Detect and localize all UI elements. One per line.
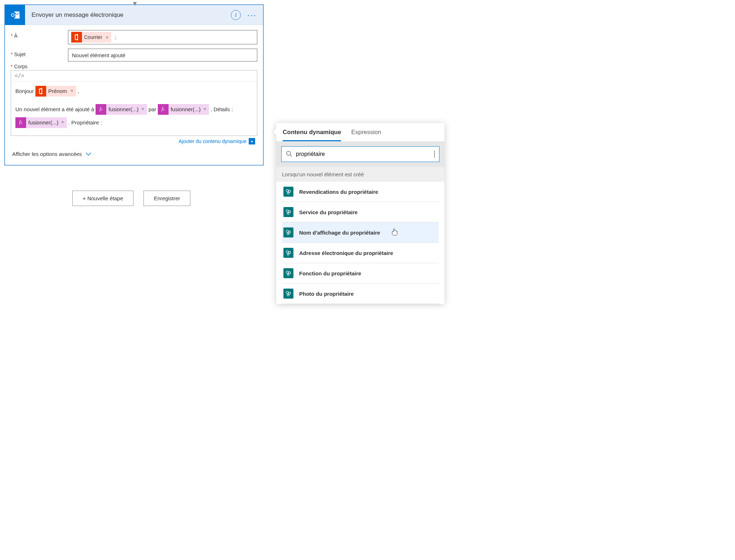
cursor-icon bbox=[391, 229, 398, 237]
sharepoint-icon bbox=[283, 207, 293, 217]
svg-point-11 bbox=[287, 212, 289, 214]
add-dynamic-content-link[interactable]: Ajouter du contenu dynamique + bbox=[11, 136, 257, 147]
svg-point-22 bbox=[288, 292, 291, 294]
tab-dynamic-content[interactable]: Contenu dynamique bbox=[283, 129, 341, 141]
subject-label: * Sujet bbox=[11, 49, 68, 62]
email-action-card: Envoyer un message électronique i ··· * … bbox=[4, 4, 264, 166]
dc-tabs: Contenu dynamique Expression bbox=[276, 123, 444, 141]
dc-item-label: Service du propriétaire bbox=[299, 209, 357, 215]
svg-point-16 bbox=[288, 251, 291, 254]
fx-token[interactable]: fx fusionner(...) × bbox=[15, 117, 67, 128]
dc-item[interactable]: Fonction du propriétaire bbox=[282, 263, 439, 284]
dc-item[interactable]: Service du propriétaire bbox=[282, 202, 439, 222]
body-line-1: Bonjour Prénom × , bbox=[15, 85, 253, 97]
office-icon bbox=[35, 86, 46, 97]
to-token-courrier[interactable]: Courrier × bbox=[71, 32, 111, 43]
dc-search-wrap bbox=[276, 141, 444, 167]
search-icon bbox=[286, 151, 292, 158]
svg-point-12 bbox=[286, 230, 288, 232]
dc-item[interactable]: Nom d'affichage du propriétaire bbox=[282, 222, 439, 243]
office-icon bbox=[71, 32, 82, 43]
svg-point-17 bbox=[287, 253, 289, 255]
plus-icon: + bbox=[249, 138, 255, 144]
body-line-3: fx fusionner(...) × . Propriétaire : bbox=[15, 117, 253, 128]
svg-point-18 bbox=[286, 271, 288, 273]
subject-input[interactable]: Nouvel élément ajouté bbox=[68, 49, 257, 62]
body-section: * Corps </> Bonjour Prénom × bbox=[11, 64, 257, 147]
body-editor: </> Bonjour Prénom × , bbox=[11, 70, 257, 136]
show-advanced-options[interactable]: Afficher les options avancées bbox=[11, 147, 257, 161]
to-label: * À bbox=[11, 30, 68, 44]
svg-point-8 bbox=[287, 192, 289, 194]
svg-point-20 bbox=[287, 274, 289, 275]
save-button[interactable]: Enregistrer bbox=[143, 191, 190, 206]
svg-rect-2 bbox=[10, 12, 15, 18]
body-label: * Corps bbox=[11, 64, 257, 69]
card-header: Envoyer un message électronique i ··· bbox=[5, 5, 263, 25]
dynamic-content-panel: Contenu dynamique Expression Lorsqu'un n… bbox=[276, 123, 444, 304]
dc-search-input[interactable] bbox=[296, 151, 431, 157]
dc-item-label: Fonction du propriétaire bbox=[299, 270, 361, 276]
fx-token[interactable]: fx fusionner(...) × bbox=[96, 104, 147, 115]
dc-items-list: Revendications du propriétaireService du… bbox=[276, 182, 444, 304]
subject-row: * Sujet Nouvel élément ajouté bbox=[11, 49, 257, 62]
to-row: * À Courrier × ; bbox=[11, 30, 257, 44]
svg-point-19 bbox=[288, 272, 291, 274]
sharepoint-icon bbox=[283, 268, 293, 278]
dc-item-label: Revendications du propriétaire bbox=[299, 189, 378, 195]
dc-item[interactable]: Photo du propriétaire bbox=[282, 284, 439, 304]
outlook-icon bbox=[5, 5, 25, 25]
required-asterisk: * bbox=[11, 51, 13, 57]
dc-section-header: Lorsqu'un nouvel élément est créé bbox=[276, 167, 444, 182]
svg-point-6 bbox=[286, 190, 288, 192]
connector-arrow-icon: ▼ bbox=[132, 0, 138, 8]
fx-token[interactable]: fx fusionner(...) × bbox=[158, 104, 209, 115]
svg-point-9 bbox=[286, 210, 288, 212]
svg-point-23 bbox=[287, 294, 289, 296]
svg-line-5 bbox=[290, 155, 292, 157]
svg-point-4 bbox=[287, 151, 291, 155]
to-separator: ; bbox=[113, 34, 118, 40]
fx-icon: fx bbox=[158, 104, 169, 115]
dc-search[interactable] bbox=[281, 146, 439, 162]
sharepoint-icon bbox=[283, 227, 293, 237]
required-asterisk: * bbox=[11, 64, 13, 69]
required-asterisk: * bbox=[11, 33, 13, 39]
body-content[interactable]: Bonjour Prénom × , Un nouvel élément a é bbox=[11, 82, 257, 136]
dc-item-label: Photo du propriétaire bbox=[299, 291, 354, 297]
sharepoint-icon bbox=[283, 248, 293, 258]
close-icon[interactable]: × bbox=[141, 104, 144, 114]
panel-notch bbox=[273, 128, 276, 135]
dc-item-label: Nom d'affichage du propriétaire bbox=[299, 230, 380, 236]
info-icon[interactable]: i bbox=[231, 10, 241, 20]
svg-point-15 bbox=[286, 251, 288, 253]
close-icon[interactable]: × bbox=[105, 35, 109, 40]
dc-item-label: Adresse électronique du propriétaire bbox=[299, 250, 393, 256]
tab-expression[interactable]: Expression bbox=[351, 129, 381, 141]
svg-point-13 bbox=[288, 231, 291, 233]
text-caret bbox=[434, 151, 435, 158]
close-icon[interactable]: × bbox=[70, 86, 73, 96]
new-step-button[interactable]: + Nouvelle étape bbox=[72, 191, 133, 206]
chevron-down-icon bbox=[86, 151, 91, 157]
sharepoint-icon bbox=[283, 289, 293, 299]
svg-point-21 bbox=[286, 291, 288, 294]
close-icon[interactable]: × bbox=[203, 104, 206, 114]
svg-point-10 bbox=[288, 211, 291, 213]
svg-point-14 bbox=[287, 233, 289, 235]
to-input[interactable]: Courrier × ; bbox=[68, 30, 257, 44]
dc-item[interactable]: Adresse électronique du propriétaire bbox=[282, 243, 439, 263]
svg-point-7 bbox=[288, 190, 291, 192]
card-body: * À Courrier × ; * Sujet Nouvel él bbox=[5, 25, 263, 165]
close-icon[interactable]: × bbox=[60, 117, 64, 128]
fx-icon: fx bbox=[15, 117, 26, 128]
sharepoint-icon bbox=[283, 187, 293, 197]
body-line-2: Un nouvel élément a été ajouté à fx fusi… bbox=[15, 103, 253, 115]
dc-item[interactable]: Revendications du propriétaire bbox=[282, 182, 439, 202]
card-title: Envoyer un message électronique bbox=[25, 11, 231, 19]
fx-icon: fx bbox=[96, 104, 106, 115]
body-token-prenom[interactable]: Prénom × bbox=[35, 86, 76, 97]
code-view-toggle[interactable]: </> bbox=[11, 70, 257, 82]
